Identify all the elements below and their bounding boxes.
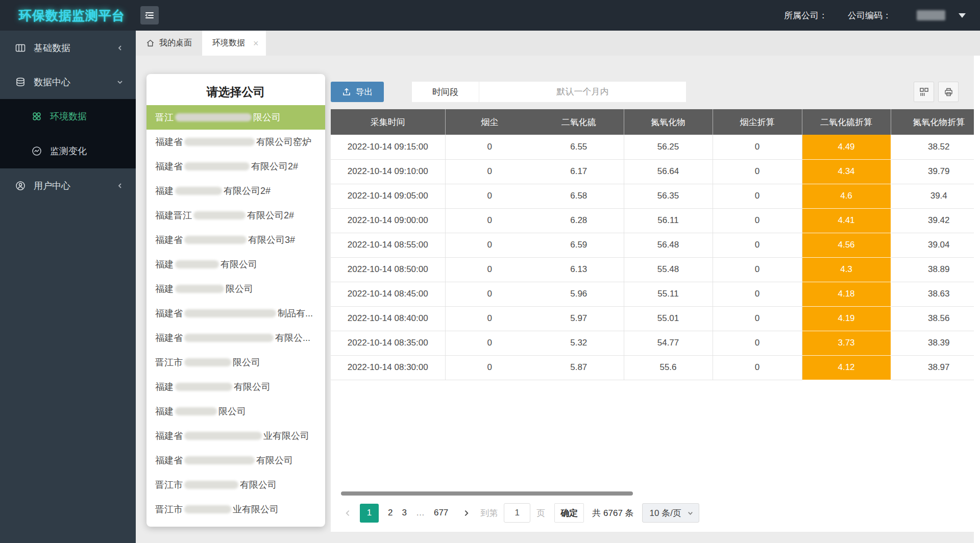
sidebar-item-monitor-change[interactable]: 监测变化 — [0, 134, 136, 168]
company-list-item[interactable]: 福建省有限公司 — [146, 448, 325, 473]
company-list-item[interactable]: 福建有限公司 — [146, 252, 325, 277]
company-name-suffix: 有限公司3# — [248, 234, 295, 246]
sidebar-item-label: 用户中心 — [34, 180, 70, 192]
cell-value: 0 — [445, 159, 534, 184]
redacted-company-name — [175, 113, 252, 121]
table-row: 2022-10-14 08:40:0005.9755.0104.1938.56 — [331, 306, 974, 331]
company-name-suffix: 有限公... — [275, 332, 310, 344]
tab-env-data[interactable]: 环境数据 × — [202, 31, 266, 56]
company-list-item[interactable]: 福建省业有限公司 — [146, 424, 325, 448]
tab-my-desktop[interactable]: 我的桌面 — [136, 31, 202, 56]
company-name-prefix: 晋江市 — [155, 356, 183, 368]
company-name-suffix: 限公司 — [233, 356, 260, 368]
sidebar-item-basic-data[interactable]: 基础数据 — [0, 31, 136, 65]
company-list-item[interactable]: 晋江市有限公司 — [146, 473, 325, 497]
table-row: 2022-10-14 09:10:0006.1756.6404.3439.79 — [331, 159, 974, 184]
clover-icon — [32, 111, 42, 121]
page-number[interactable]: 677 — [434, 508, 448, 518]
cell-value: 0 — [445, 208, 534, 233]
redacted-company-name — [175, 260, 219, 268]
cell-timestamp: 2022-10-14 09:00:00 — [331, 208, 445, 233]
company-list-item[interactable]: 福建省有限公司窑炉 — [146, 130, 325, 154]
column-header: 采集时间 — [331, 109, 445, 135]
page-number[interactable]: 3 — [402, 508, 406, 518]
company-panel-title: 请选择公司 — [146, 84, 325, 100]
export-button[interactable]: 导出 — [331, 82, 384, 102]
column-header: 二氧化硫 — [534, 109, 624, 135]
page-size-select[interactable]: 10 条/页 — [642, 503, 699, 523]
export-icon — [342, 87, 351, 96]
sidebar-collapse-button[interactable] — [140, 6, 159, 24]
export-label: 导出 — [356, 86, 373, 98]
cell-timestamp: 2022-10-14 09:15:00 — [331, 135, 445, 159]
table-row: 2022-10-14 08:55:0006.5956.4804.5639.04 — [331, 233, 974, 257]
page-scrollbar-track[interactable] — [974, 56, 980, 543]
goto-page-input[interactable] — [504, 503, 530, 523]
total-count-label: 共 6767 条 — [592, 507, 633, 519]
sidebar-item-label: 数据中心 — [34, 76, 70, 88]
page-number[interactable]: 1 — [360, 504, 379, 523]
redacted-company-name — [184, 236, 247, 244]
confirm-button[interactable]: 确定 — [554, 503, 584, 523]
company-name-prefix: 福建 — [155, 185, 174, 197]
sidebar-item-label: 环境数据 — [50, 110, 87, 122]
table-empty-space — [331, 380, 974, 492]
company-list-item[interactable]: 福建省制品有... — [146, 301, 325, 326]
cell-value: 38.89 — [891, 257, 974, 282]
prev-page-icon[interactable] — [344, 509, 352, 517]
company-name-prefix: 晋江 — [155, 111, 174, 124]
time-range-input[interactable] — [479, 82, 686, 102]
redacted-company-name — [184, 309, 276, 317]
cell-value: 4.3 — [802, 257, 891, 282]
company-dropdown-caret-icon[interactable] — [959, 13, 966, 18]
company-list-item[interactable]: 晋江市业有限公司 — [146, 497, 325, 522]
company-list-item[interactable]: 福建有限公司2# — [146, 179, 325, 203]
company-list-item[interactable]: 福建限公司 — [146, 399, 325, 424]
company-list-item[interactable]: 晋江市限公司 — [146, 350, 325, 375]
horizontal-scrollbar-thumb[interactable] — [341, 491, 633, 496]
redacted-company-name — [175, 187, 222, 195]
company-name-prefix: 福建省 — [155, 430, 183, 442]
company-list-item[interactable]: 福建省有限公... — [146, 326, 325, 350]
column-settings-button[interactable] — [914, 82, 934, 102]
cell-value: 54.77 — [624, 331, 713, 355]
page-size-value: 10 条/页 — [650, 507, 687, 519]
cell-value: 39.42 — [891, 208, 974, 233]
table-body: 2022-10-14 09:15:0006.5556.2504.4938.522… — [331, 135, 974, 380]
next-page-icon[interactable] — [462, 509, 470, 517]
cell-value: 0 — [713, 159, 802, 184]
sidebar-item-env-data[interactable]: 环境数据 — [0, 99, 136, 134]
company-list-item[interactable]: 福建省有限公司2# — [146, 154, 325, 179]
sidebar-item-user-center[interactable]: 用户中心 — [0, 168, 136, 203]
chevron-left-icon — [116, 44, 124, 52]
cell-value: 0 — [713, 135, 802, 159]
printer-icon — [944, 87, 953, 97]
close-icon[interactable]: × — [253, 39, 259, 48]
table-row: 2022-10-14 09:00:0006.2856.1104.4139.42 — [331, 208, 974, 233]
company-name-prefix: 晋江市 — [155, 479, 183, 491]
columns-grid-icon — [919, 87, 929, 97]
time-range-label: 时间段 — [412, 82, 479, 102]
cell-value: 6.28 — [534, 208, 624, 233]
cell-value: 0 — [445, 257, 534, 282]
cell-value: 56.25 — [624, 135, 713, 159]
company-list-item[interactable]: 福建限公司 — [146, 277, 325, 301]
app-title: 环保数据监测平台 — [19, 7, 125, 24]
sidebar-item-data-center[interactable]: 数据中心 — [0, 65, 136, 99]
table-row: 2022-10-14 09:05:0006.5856.3504.639.4 — [331, 184, 974, 208]
redacted-company-name — [184, 481, 238, 489]
company-list-item[interactable]: 晋江限公司 — [146, 105, 325, 130]
cell-value: 56.64 — [624, 159, 713, 184]
company-list: 晋江限公司福建省有限公司窑炉福建省有限公司2#福建有限公司2#福建晋江有限公司2… — [146, 105, 325, 522]
cell-timestamp: 2022-10-14 08:30:00 — [331, 355, 445, 380]
print-button[interactable] — [938, 82, 959, 102]
company-list-item[interactable]: 福建晋江有限公司2# — [146, 203, 325, 228]
company-list-item[interactable]: 福建有限公司 — [146, 375, 325, 399]
cell-value: 38.97 — [891, 355, 974, 380]
cell-value: 0 — [713, 208, 802, 233]
company-list-item[interactable]: 福建省有限公司3# — [146, 228, 325, 252]
cell-value: 4.49 — [802, 135, 891, 159]
pagination: 123…677 到第 页 确定 共 6767 条 10 条/页 — [344, 503, 974, 523]
page-number[interactable]: 2 — [388, 508, 393, 518]
table-row: 2022-10-14 08:45:0005.9655.1104.1838.63 — [331, 282, 974, 306]
